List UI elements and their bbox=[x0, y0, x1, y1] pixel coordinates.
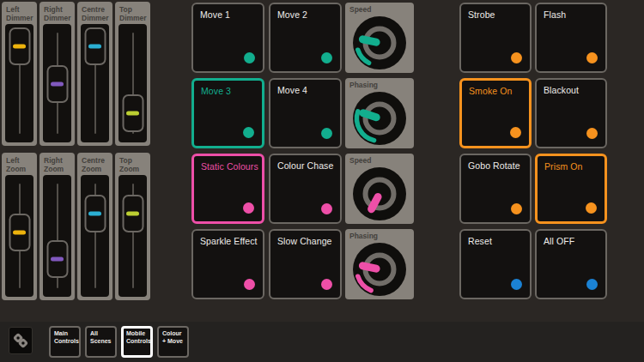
fader-label: Right Zoom bbox=[39, 153, 75, 173]
pad-static-colours[interactable]: Static Colours bbox=[191, 154, 264, 224]
tab-mobile-controls[interactable]: Mobile Controls bbox=[121, 326, 153, 358]
pad-status-dot bbox=[243, 127, 254, 138]
knob-label: Speed bbox=[349, 156, 372, 165]
pad-colour-chase[interactable]: Colour Chase bbox=[269, 154, 342, 224]
fader-well-centre-dimmer[interactable] bbox=[81, 24, 109, 142]
fader-right-dimmer: Right Dimmer bbox=[39, 2, 75, 146]
pad-flash[interactable]: Flash bbox=[535, 3, 607, 73]
pad-label: Move 4 bbox=[277, 85, 307, 95]
pad-move-1[interactable]: Move 1 bbox=[191, 3, 264, 73]
pad-all-off[interactable]: All OFF bbox=[535, 229, 607, 299]
tab-label: Colour + Move bbox=[162, 330, 183, 344]
pad-status-dot bbox=[511, 52, 522, 63]
pad-status-dot bbox=[321, 279, 332, 290]
fader-value-pill bbox=[13, 230, 26, 234]
fader-value-pill bbox=[88, 45, 101, 49]
tab-colour-move[interactable]: Colour + Move bbox=[157, 326, 189, 358]
knob-control-2-speed[interactable] bbox=[352, 166, 407, 221]
knob-panel-3-phasing: Phasing bbox=[345, 229, 414, 299]
fader-well-right-dimmer[interactable] bbox=[43, 24, 71, 142]
pad-status-dot bbox=[511, 279, 522, 290]
fader-handle-top-zoom[interactable] bbox=[122, 195, 143, 232]
fader-handle-right-dimmer[interactable] bbox=[46, 65, 68, 103]
tab-all-scenes[interactable]: All Scenes bbox=[85, 326, 117, 358]
pad-label: All OFF bbox=[544, 236, 574, 246]
fader-handle-centre-zoom[interactable] bbox=[84, 195, 106, 232]
fader-handle-left-zoom[interactable] bbox=[9, 214, 30, 251]
pad-label: Strobe bbox=[468, 9, 495, 20]
pad-strobe[interactable]: Strobe bbox=[459, 3, 532, 73]
pad-status-dot bbox=[244, 279, 255, 290]
knob-label: Phasing bbox=[349, 81, 378, 89]
knob-column: SpeedPhasingSpeedPhasing bbox=[345, 3, 414, 299]
pad-reset[interactable]: Reset bbox=[459, 229, 532, 299]
fader-value-pill bbox=[88, 212, 101, 216]
pad-status-dot bbox=[510, 127, 521, 138]
pad-prism-on[interactable]: Prism On bbox=[535, 154, 607, 224]
fader-well-top-zoom[interactable] bbox=[118, 175, 147, 297]
pad-label: Move 1 bbox=[200, 9, 230, 20]
fader-value-pill bbox=[126, 111, 139, 115]
pad-label: Smoke On bbox=[469, 86, 512, 96]
fader-label: Right Dimmer bbox=[39, 2, 75, 22]
knob-control-3-phasing[interactable] bbox=[352, 242, 407, 297]
fader-handle-centre-dimmer[interactable] bbox=[84, 27, 106, 65]
pad-status-dot bbox=[586, 202, 597, 214]
tab-label: Main Controls bbox=[54, 330, 79, 344]
lighting-control-surface: Left DimmerRight DimmerCentre DimmerTop … bbox=[0, 0, 644, 362]
pad-status-dot bbox=[321, 203, 332, 214]
pad-status-dot bbox=[321, 128, 332, 139]
knob-panel-1-phasing: Phasing bbox=[345, 78, 414, 148]
fader-well-top-dimmer[interactable] bbox=[118, 24, 147, 142]
fader-label: Top Zoom bbox=[115, 153, 150, 173]
pad-label: Move 3 bbox=[201, 86, 231, 96]
tab-label: All Scenes bbox=[90, 330, 112, 344]
fader-value-pill bbox=[51, 256, 64, 261]
pad-status-dot bbox=[586, 52, 598, 63]
knob-indicator bbox=[363, 113, 376, 118]
pad-status-dot bbox=[243, 202, 254, 214]
pad-sparkle-effect[interactable]: Sparkle Effect bbox=[191, 229, 264, 299]
tab-label: Mobile Controls bbox=[126, 330, 151, 344]
pad-label: Prism On bbox=[544, 161, 583, 172]
pad-status-dot bbox=[321, 52, 332, 63]
zoom-fader-group: Left ZoomRight ZoomCentre ZoomTop Zoom bbox=[2, 153, 150, 300]
fader-handle-right-zoom[interactable] bbox=[46, 240, 68, 278]
app-logo-button[interactable] bbox=[9, 327, 33, 354]
pad-label: Sparkle Effect bbox=[200, 236, 258, 246]
knob-control-0-speed[interactable] bbox=[352, 15, 407, 70]
fader-value-pill bbox=[51, 82, 64, 87]
fader-centre-dimmer: Centre Dimmer bbox=[77, 2, 112, 146]
chain-link-icon bbox=[12, 332, 29, 349]
fader-label: Top Dimmer bbox=[115, 2, 150, 22]
pad-label: Reset bbox=[468, 236, 492, 246]
fader-well-left-dimmer[interactable] bbox=[5, 24, 33, 142]
fader-handle-left-dimmer[interactable] bbox=[9, 27, 30, 65]
pad-move-2[interactable]: Move 2 bbox=[269, 3, 342, 73]
pad-blackout[interactable]: Blackout bbox=[535, 78, 607, 148]
pad-move-4[interactable]: Move 4 bbox=[269, 78, 342, 148]
pad-status-dot bbox=[244, 52, 255, 63]
knob-control-1-phasing[interactable] bbox=[352, 91, 407, 146]
scene-pad-grid: Move 1Move 2Move 3Move 4Static ColoursCo… bbox=[191, 3, 342, 299]
knob-panel-0-speed: Speed bbox=[345, 3, 414, 73]
pad-move-3[interactable]: Move 3 bbox=[191, 78, 264, 148]
pad-status-dot bbox=[586, 128, 598, 139]
fader-well-left-zoom[interactable] bbox=[5, 175, 33, 297]
pad-label: Slow Change bbox=[277, 236, 332, 246]
fader-well-centre-zoom[interactable] bbox=[81, 175, 109, 297]
fader-label: Left Zoom bbox=[2, 153, 37, 173]
pad-status-dot bbox=[586, 279, 598, 290]
pad-gobo-rotate[interactable]: Gobo Rotate bbox=[459, 154, 532, 224]
pad-status-dot bbox=[511, 203, 522, 214]
pad-smoke-on[interactable]: Smoke On bbox=[459, 78, 532, 148]
dimmer-fader-group: Left DimmerRight DimmerCentre DimmerTop … bbox=[2, 2, 150, 146]
tab-main-controls[interactable]: Main Controls bbox=[49, 326, 81, 358]
fader-value-pill bbox=[126, 212, 139, 216]
knob-indicator bbox=[362, 39, 376, 42]
pad-label: Flash bbox=[544, 9, 566, 20]
effect-pad-grid: StrobeFlashSmoke OnBlackoutGobo RotatePr… bbox=[459, 3, 607, 299]
pad-slow-change[interactable]: Slow Change bbox=[269, 229, 342, 299]
fader-handle-top-dimmer[interactable] bbox=[122, 94, 143, 132]
fader-well-right-zoom[interactable] bbox=[43, 175, 71, 297]
